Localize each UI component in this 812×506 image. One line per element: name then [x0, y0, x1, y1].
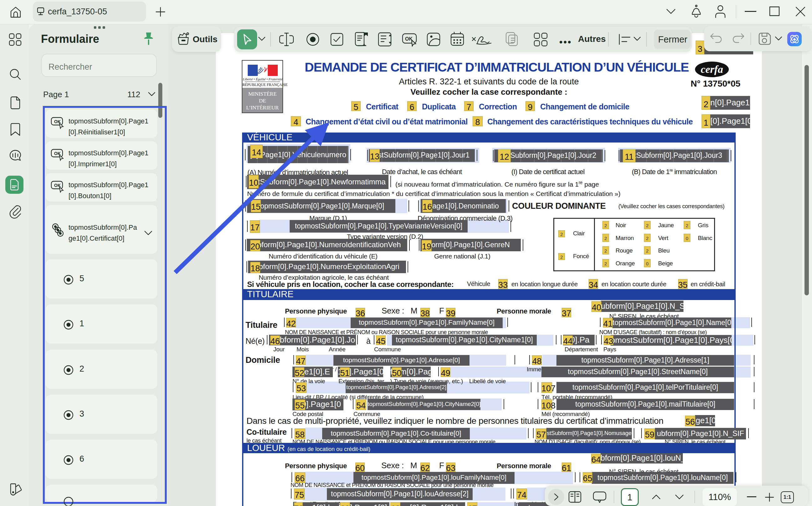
- svg-text:cerfa: cerfa: [700, 64, 723, 75]
